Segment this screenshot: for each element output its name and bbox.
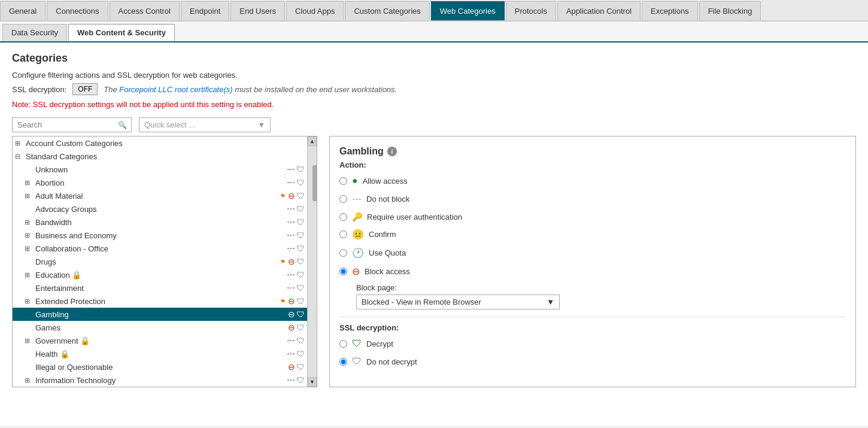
- block-label: Block access: [365, 267, 410, 276]
- dots-icon[interactable]: ⋯: [287, 230, 295, 240]
- sub-tab-bar: Data Security Web Content & Security: [0, 22, 868, 43]
- expand-icon: ⊞: [15, 139, 25, 147]
- allow-radio[interactable]: [339, 177, 347, 185]
- requireauth-radio[interactable]: [339, 213, 347, 221]
- tree-item-abortion[interactable]: ⊞ Abortion ⋯ 🛡: [13, 176, 307, 189]
- scroll-thumb[interactable]: [312, 165, 318, 201]
- ssl-toggle-button[interactable]: OFF: [72, 83, 98, 95]
- panel-title: Gambling i: [339, 146, 846, 157]
- tree-item-illegal[interactable]: Illegal or Questionable ⊖ 🛡: [13, 360, 307, 374]
- tree-item-entertainment[interactable]: Entertainment ⋯ 🛡: [13, 281, 307, 295]
- tree-item-education[interactable]: ⊞ Education 🔒 ⋯ 🛡: [13, 268, 307, 281]
- tree-item-advocacy[interactable]: Advocacy Groups ⋯ 🛡: [13, 202, 307, 215]
- shield-icon: 🛡: [296, 336, 305, 345]
- subtab-web-content[interactable]: Web Content & Security: [68, 24, 175, 41]
- block-radio[interactable]: [339, 268, 347, 275]
- dots-icon[interactable]: ⋯: [287, 165, 295, 174]
- donotblock-radio[interactable]: [339, 195, 347, 203]
- page-title: Categories: [12, 52, 856, 65]
- expand-icon: ⊞: [25, 298, 34, 305]
- quick-select-dropdown[interactable]: Quick select ... ▼: [139, 117, 271, 132]
- ssl-label: SSL decryption:: [12, 85, 66, 94]
- expand-icon: [25, 324, 34, 331]
- tab-cloud-apps[interactable]: Cloud Apps: [286, 1, 344, 20]
- tree-item-info-tech[interactable]: ⊞ Information Technology ⋯ 🛡: [13, 374, 307, 387]
- decrypt-radio[interactable]: [339, 340, 347, 348]
- item-label: Adult Material: [34, 192, 280, 201]
- confirm-radio[interactable]: [339, 230, 347, 238]
- tab-application-control[interactable]: Application Control: [557, 1, 641, 20]
- app-container: General Connections Access Control Endpo…: [0, 0, 868, 426]
- flag-icon: ⚑: [280, 193, 286, 199]
- quota-radio[interactable]: [339, 249, 347, 257]
- item-icons: ⚑ ⊖ 🛡: [280, 191, 305, 201]
- shield-icon: 🛡: [296, 362, 305, 372]
- scroll-down-button[interactable]: ▼: [308, 377, 317, 387]
- action-option-confirm: 😐 Confirm: [339, 227, 846, 241]
- tree-item-standard-categories[interactable]: ⊟ Standard Categories: [13, 150, 307, 163]
- tree-item-health[interactable]: Health 🔒 ⋯ 🛡: [13, 347, 307, 360]
- block-icon: ⊖: [288, 362, 295, 372]
- tree-item-account-custom[interactable]: ⊞ Account Custom Categories: [13, 136, 307, 150]
- shield-icon: 🛡: [296, 230, 305, 240]
- tree-item-games[interactable]: Games ⊖ 🛡: [13, 321, 307, 334]
- tree-item-bandwidth[interactable]: ⊞ Bandwidth ⋯ 🛡: [13, 215, 307, 229]
- item-icons: ⋯ 🛡: [287, 165, 305, 174]
- action-option-requireauth: 🔑 Require user authentication: [339, 211, 846, 223]
- dots-icon[interactable]: ⋯: [287, 244, 295, 253]
- expand-icon: ⊞: [25, 271, 34, 279]
- tab-file-blocking[interactable]: File Blocking: [699, 1, 761, 20]
- search-input[interactable]: [17, 120, 118, 129]
- search-box[interactable]: 🔍: [12, 117, 132, 132]
- block-icon: ⊖: [288, 296, 295, 306]
- dots-icon[interactable]: ⋯: [287, 336, 295, 345]
- dots-icon[interactable]: ⋯: [287, 349, 295, 359]
- item-label: Collaboration - Office: [34, 244, 287, 253]
- nodecrypt-label: Do not decrypt: [366, 357, 417, 366]
- item-label: Health 🔒: [34, 350, 287, 359]
- tree-item-gambling[interactable]: Gambling ⊖ 🛡: [13, 308, 307, 321]
- confirm-label: Confirm: [369, 230, 396, 239]
- tab-protocols[interactable]: Protocols: [506, 1, 556, 20]
- nodecrypt-radio[interactable]: [339, 358, 347, 366]
- scroll-up-button[interactable]: ▲: [308, 136, 317, 146]
- vertical-scrollbar[interactable]: ▲ ▼: [307, 136, 317, 387]
- dots-icon[interactable]: ⋯: [287, 270, 295, 280]
- shield-icon: 🛡: [296, 323, 305, 332]
- description-text: Configure filtering actions and SSL decr…: [12, 71, 856, 80]
- subtab-data-security[interactable]: Data Security: [2, 24, 67, 41]
- tree-item-drugs[interactable]: Drugs ⚑ ⊖ 🛡: [13, 255, 307, 268]
- tree-item-extended-protection[interactable]: ⊞ Extended Protection ⚑ ⊖ 🛡: [13, 295, 307, 308]
- tree-item-adult-material[interactable]: ⊞ Adult Material ⚑ ⊖ 🛡: [13, 189, 307, 202]
- info-icon[interactable]: i: [387, 147, 397, 156]
- dots-icon[interactable]: ⋯: [287, 217, 295, 227]
- dots-icon[interactable]: ⋯: [287, 204, 295, 214]
- action-label: Action:: [339, 160, 846, 169]
- tab-web-categories[interactable]: Web Categories: [431, 1, 505, 20]
- tree-item-collaboration[interactable]: ⊞ Collaboration - Office ⋯ 🛡: [13, 242, 307, 255]
- dots-icon[interactable]: ⋯: [287, 283, 295, 293]
- tab-general[interactable]: General: [0, 1, 45, 20]
- dots-icon[interactable]: ⋯: [287, 375, 295, 385]
- item-label: Account Custom Categories: [25, 139, 305, 148]
- tab-end-users[interactable]: End Users: [230, 1, 285, 20]
- tab-connections[interactable]: Connections: [47, 1, 108, 20]
- shield-icon: 🛡: [296, 191, 305, 201]
- expand-icon: [25, 284, 34, 292]
- tree-item-unknown[interactable]: Unknown ⋯ 🛡: [13, 163, 307, 176]
- flag-icon: ⚑: [280, 259, 286, 265]
- tree-content: ⊞ Account Custom Categories ⊟ Standard C…: [13, 136, 307, 387]
- expand-icon: ⊞: [25, 337, 34, 345]
- tab-endpoint[interactable]: Endpoint: [181, 1, 229, 20]
- tab-custom-categories[interactable]: Custom Categories: [345, 1, 429, 20]
- tree-item-government[interactable]: ⊞ Government 🔒 ⋯ 🛡: [13, 334, 307, 347]
- tab-access-control[interactable]: Access Control: [110, 1, 180, 20]
- tab-exceptions[interactable]: Exceptions: [642, 1, 698, 20]
- expand-icon: ⊟: [15, 153, 25, 160]
- block-page-select[interactable]: Blocked - View in Remote Browser ▼: [356, 295, 560, 309]
- item-icons: ⋯ 🛡: [287, 244, 305, 253]
- dots-icon[interactable]: ⋯: [287, 178, 295, 187]
- ssl-link[interactable]: Forcepoint LLC root certificate(s): [119, 85, 232, 94]
- expand-icon: [25, 258, 34, 265]
- tree-item-business[interactable]: ⊞ Business and Economy ⋯ 🛡: [13, 229, 307, 242]
